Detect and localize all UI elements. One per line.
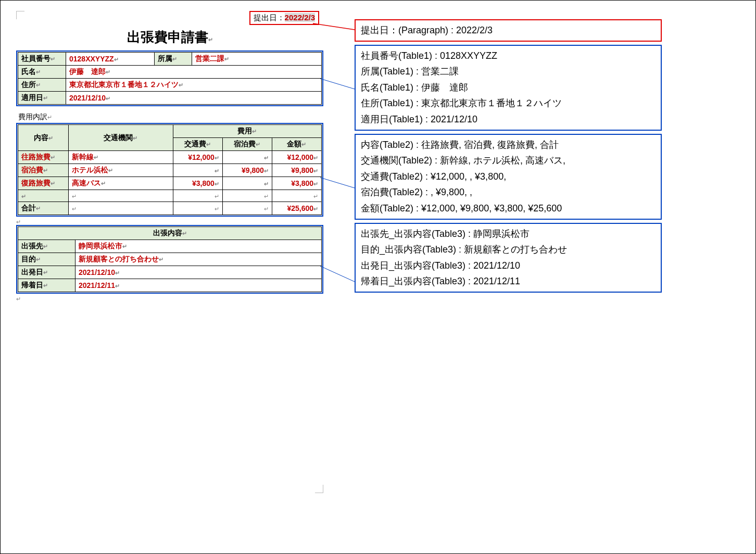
cell-amount: ↵ bbox=[272, 190, 321, 202]
cell-lodging: ¥9,800↵ bbox=[222, 164, 272, 177]
cell: ↵ bbox=[222, 202, 272, 215]
col-cost: 費用↵ bbox=[173, 125, 321, 138]
table3-header: 出張内容↵ bbox=[18, 227, 322, 240]
apply-date-value: 2021/12/10↵ bbox=[66, 92, 322, 105]
cell-transport: 高速バス↵ bbox=[69, 177, 173, 190]
dest-label: 出張先↵ bbox=[18, 240, 75, 253]
end-marker: ↵ bbox=[16, 294, 323, 303]
cell-content: 宿泊費↵ bbox=[18, 164, 69, 177]
annot-table1-box: 社員番号(Table1) : 0128XXYYZZ 所属(Table1) : 営… bbox=[355, 45, 662, 131]
cell-amount: ¥12,000↵ bbox=[272, 151, 321, 164]
col-content: 内容↵ bbox=[18, 125, 69, 151]
annot-line: 帰着日_出張内容(Table3) : 2021/12/11 bbox=[361, 273, 656, 289]
annot-line: 宿泊費(Table2) : , ¥9,800, , bbox=[361, 184, 656, 200]
annot-line: 交通機関(Table2) : 新幹線, ホテル浜松, 高速バス, bbox=[361, 153, 656, 169]
table-row: 出発日↵ 2021/12/10↵ bbox=[18, 266, 322, 279]
purpose-label: 目的↵ bbox=[18, 253, 75, 266]
sub-amount: 金額↵ bbox=[272, 138, 321, 151]
apply-date-label: 適用日↵ bbox=[18, 92, 66, 105]
annot-line: 出発日_出張内容(Table3) : 2021/12/10 bbox=[361, 258, 656, 274]
table3-wrap: 出張内容↵ 出張先↵ 静岡県浜松市↵ 目的↵ 新規顧客との打ち合わせ↵ 出発日↵… bbox=[16, 225, 323, 294]
table-row: 社員番号↵ 0128XXYYZZ↵ 所属↵ 営業二課↵ bbox=[18, 53, 322, 66]
sub-trans: 交通費↵ bbox=[173, 138, 222, 151]
cell: ↵ bbox=[69, 202, 173, 215]
table-row: 出張内容↵ bbox=[18, 227, 322, 240]
annot-line: 適用日(Table1) : 2021/12/10 bbox=[361, 111, 656, 128]
annot-paragraph-box: 提出日：(Paragraph) : 2022/2/3 bbox=[355, 19, 662, 42]
cell-amount: ¥9,800↵ bbox=[272, 164, 321, 177]
svg-line-2 bbox=[320, 178, 355, 188]
dept-label: 所属↵ bbox=[155, 53, 192, 66]
paragraph-marker-icon: ↵ bbox=[208, 36, 213, 43]
dest-value: 静岡県浜松市↵ bbox=[75, 240, 322, 253]
return-label: 帰着日↵ bbox=[18, 279, 75, 292]
name-value: 伊藤 達郎↵ bbox=[66, 66, 322, 79]
table2: 内容↵ 交通機関↵ 費用↵ 交通費↵ 宿泊費↵ 金額↵ 往路旅費↵ 新幹線↵ ¥… bbox=[18, 124, 322, 215]
emp-no-label: 社員番号↵ bbox=[18, 53, 66, 66]
submit-label: 提出日： bbox=[254, 13, 285, 22]
table-row: 合計↵ ↵ ↵ ↵ ¥25,600↵ bbox=[18, 202, 322, 215]
depart-label: 出発日↵ bbox=[18, 266, 75, 279]
annot-table2-box: 内容(Table2) : 往路旅費, 宿泊費, 復路旅費, 合計 交通機関(Ta… bbox=[355, 134, 662, 220]
address-value: 東京都北東京市１番地１２ハイツ↵ bbox=[66, 79, 322, 92]
cell-trans-cost: ¥3,800↵ bbox=[173, 177, 222, 190]
cell-trans-cost: ↵ bbox=[173, 164, 222, 177]
document-area: 提出日：2022/2/3 出張費申請書↵ 社員番号↵ 0128XXYYZZ↵ 所… bbox=[16, 11, 323, 303]
page-corner-br bbox=[315, 485, 323, 493]
annot-line: 社員番号(Table1) : 0128XXYYZZ bbox=[361, 48, 656, 64]
table-row: 氏名↵ 伊藤 達郎↵ bbox=[18, 66, 322, 79]
cell-content: 往路旅費↵ bbox=[18, 151, 69, 164]
annot-line: 目的_出張内容(Table3) : 新規顧客との打ち合わせ bbox=[361, 242, 656, 258]
expense-section-label: 費用内訳↵ bbox=[18, 112, 323, 122]
annot-line: 氏名(Table1) : 伊藤 達郎 bbox=[361, 80, 656, 96]
table3: 出張内容↵ 出張先↵ 静岡県浜松市↵ 目的↵ 新規顧客との打ち合わせ↵ 出発日↵… bbox=[18, 226, 322, 292]
submit-date: 2022/2/3 bbox=[285, 13, 315, 22]
annot-line: 提出日：(Paragraph) : 2022/2/3 bbox=[361, 22, 656, 39]
cell-lodging: ↵ bbox=[222, 177, 272, 190]
total-amount: ¥25,600↵ bbox=[272, 202, 321, 215]
table-row: 内容↵ 交通機関↵ 費用↵ bbox=[18, 125, 322, 138]
table1-wrap: 社員番号↵ 0128XXYYZZ↵ 所属↵ 営業二課↵ 氏名↵ 伊藤 達郎↵ 住… bbox=[16, 51, 323, 106]
table-row: 帰着日↵ 2021/12/11↵ bbox=[18, 279, 322, 292]
annot-table3-box: 出張先_出張内容(Table3) : 静岡県浜松市 目的_出張内容(Table3… bbox=[355, 223, 662, 293]
total-label: 合計↵ bbox=[18, 202, 69, 215]
annot-line: 出張先_出張内容(Table3) : 静岡県浜松市 bbox=[361, 226, 656, 242]
annot-line: 内容(Table2) : 往路旅費, 宿泊費, 復路旅費, 合計 bbox=[361, 137, 656, 153]
submit-row: 提出日：2022/2/3 bbox=[16, 11, 323, 25]
purpose-value: 新規顧客との打ち合わせ↵ bbox=[75, 253, 322, 266]
annotation-area: 提出日：(Paragraph) : 2022/2/3 社員番号(Table1) … bbox=[355, 19, 662, 296]
cell-lodging: ↵ bbox=[222, 190, 272, 202]
table-row: 往路旅費↵ 新幹線↵ ¥12,000↵ ↵ ¥12,000↵ bbox=[18, 151, 322, 164]
table1: 社員番号↵ 0128XXYYZZ↵ 所属↵ 営業二課↵ 氏名↵ 伊藤 達郎↵ 住… bbox=[18, 52, 322, 105]
sub-lodging: 宿泊費↵ bbox=[222, 138, 272, 151]
return-value: 2021/12/11↵ bbox=[75, 279, 322, 292]
annot-line: 金額(Table2) : ¥12,000, ¥9,800, ¥3,800, ¥2… bbox=[361, 200, 656, 217]
document-title: 出張費申請書↵ bbox=[16, 28, 323, 46]
cell-content: ↵ bbox=[18, 190, 69, 202]
svg-line-1 bbox=[320, 79, 355, 89]
table-row: ↵ ↵ ↵ ↵ ↵ bbox=[18, 190, 322, 202]
submit-date-box: 提出日：2022/2/3 bbox=[249, 11, 319, 25]
emp-no-value: 0128XXYYZZ↵ bbox=[66, 53, 155, 66]
page-canvas: 提出日：2022/2/3 出張費申請書↵ 社員番号↵ 0128XXYYZZ↵ 所… bbox=[0, 0, 756, 554]
annot-line: 所属(Table1) : 営業二課 bbox=[361, 64, 656, 80]
cell-lodging: ↵ bbox=[222, 151, 272, 164]
table-row: 住所↵ 東京都北東京市１番地１２ハイツ↵ bbox=[18, 79, 322, 92]
cell-content: 復路旅費↵ bbox=[18, 177, 69, 190]
table-row: 適用日↵ 2021/12/10↵ bbox=[18, 92, 322, 105]
table-row: 出張先↵ 静岡県浜松市↵ bbox=[18, 240, 322, 253]
cell-transport: ホテル浜松↵ bbox=[69, 164, 173, 177]
table-row: 目的↵ 新規顧客との打ち合わせ↵ bbox=[18, 253, 322, 266]
cell-transport: ↵ bbox=[69, 190, 173, 202]
col-transport: 交通機関↵ bbox=[69, 125, 173, 151]
annot-line: 住所(Table1) : 東京都北東京市１番地１２ハイツ bbox=[361, 95, 656, 111]
svg-line-3 bbox=[320, 266, 355, 282]
cell-trans-cost: ¥12,000↵ bbox=[173, 151, 222, 164]
name-label: 氏名↵ bbox=[18, 66, 66, 79]
address-label: 住所↵ bbox=[18, 79, 66, 92]
annot-line: 交通費(Table2) : ¥12,000, , ¥3,800, bbox=[361, 169, 656, 185]
dept-value: 営業二課↵ bbox=[192, 53, 322, 66]
cell: ↵ bbox=[173, 202, 222, 215]
depart-value: 2021/12/10↵ bbox=[75, 266, 322, 279]
table-row: 復路旅費↵ 高速バス↵ ¥3,800↵ ↵ ¥3,800↵ bbox=[18, 177, 322, 190]
